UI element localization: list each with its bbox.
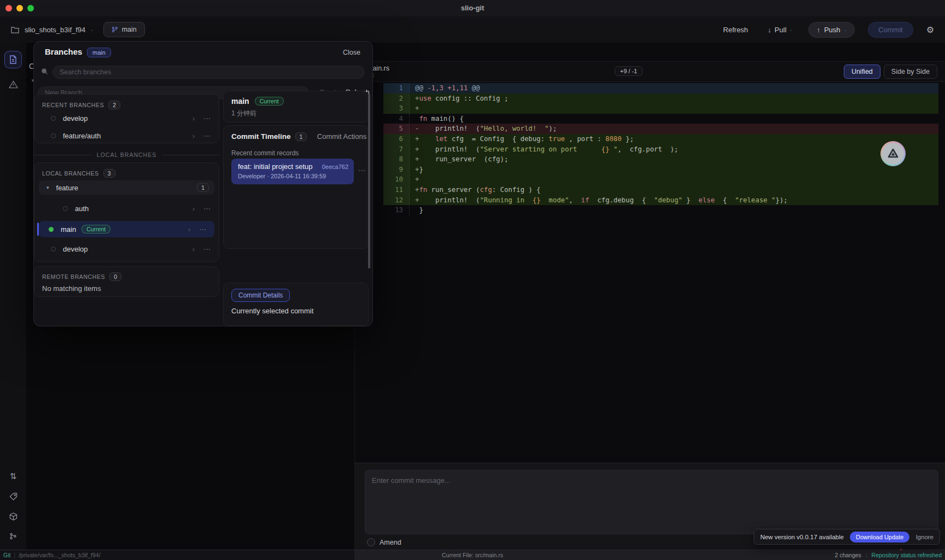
branch-more-menu[interactable]: ⋯ [199,225,207,234]
diff-line: 3+ [383,103,938,114]
modal-current-branch-badge: main [87,48,111,57]
branch-row-auth[interactable]: auth › ⋯ [34,201,219,215]
detail-branch-name: main [231,97,249,106]
commit-item-selected[interactable]: feat: initial project setup 0eeca762 Dev… [231,159,354,184]
branch-more-menu[interactable]: ⋯ [203,245,211,253]
branch-row-feature-auth[interactable]: feature/auth › ⋯ [34,129,219,143]
remote-branches-card: REMOTE BRANCHES0 No matching items [34,266,219,297]
divider-label: LOCAL BRANCHES [97,151,156,158]
sidebar-item-issues[interactable] [9,80,18,89]
sync-arrows-icon[interactable]: ⇅ [10,471,17,481]
detail-tabs: Commit Timeline1 Commit Actions Branch A… [224,126,368,147]
push-button[interactable]: ↑ Push · [808,22,854,38]
chevron-right-icon[interactable]: › [192,245,195,253]
line-code: @@ -1,3 +1,11 @@ [410,83,480,94]
line-number: 6 [383,134,410,144]
branch-more-menu[interactable]: ⋯ [203,132,211,140]
branch-row-main-selected[interactable]: main Current › ⋯ [39,221,214,237]
sidebar-item-changes[interactable] [4,51,22,68]
timeline-subtitle: Recent commit records [224,147,368,157]
status-separator: | [866,550,867,560]
download-update-button[interactable]: Download Update [850,532,909,542]
settings-gear-icon[interactable]: ⚙ [926,25,934,35]
caret-down-icon[interactable]: ▾ [46,185,49,190]
status-bar: Git | /private/var/fo..._shots_b3if_f94/… [0,550,945,560]
close-modal-button[interactable]: Close [343,49,360,56]
commit-details-text: Currently selected commit [224,302,368,315]
line-number: 7 [383,144,410,155]
local-branches-header: LOCAL BRANCHES3 [34,163,219,178]
current-branch-button[interactable]: main [103,22,145,37]
main-toolbar: slio_shots_b3if_f94 · main Refresh ↓ Pul… [0,16,945,43]
amend-label: Amend [380,539,401,546]
branch-row-develop[interactable]: develop › ⋯ [34,111,219,125]
diff-lines: 1@@ -1,3 +1,11 @@2+use config :: Config … [383,83,938,215]
title-bar: slio-git [0,0,945,17]
line-number: 8 [383,154,410,165]
commit-message: feat: initial project setup [238,162,313,171]
side-by-side-view-button[interactable]: Side by Side [884,65,937,79]
branch-name: develop [63,114,88,122]
chevron-right-icon[interactable]: › [192,114,195,122]
branch-group-count: 1 [197,183,209,192]
branch-name: develop [63,245,88,253]
line-code: + [410,103,419,114]
chevron-right-icon[interactable]: › [192,205,195,213]
current-file-status: Current File: src/main.rs [442,550,503,560]
repo-name: slio_shots_b3if_f94 [25,26,85,34]
current-branch-dot-icon [49,227,54,232]
commit-more-menu[interactable]: ⋯ [358,166,366,174]
tag-icon[interactable] [9,493,18,501]
unified-view-button[interactable]: Unified [844,65,880,79]
diff-line: 7+ println! ("Server starting on port {}… [383,144,938,155]
diff-line: 11+fn run_server (cfg: Config ) { [383,185,938,195]
modal-header: Branches main Close [34,42,372,63]
remote-branches-label: REMOTE BRANCHES [42,273,105,280]
line-number: 4 [383,114,410,124]
line-code: +fn run_server (cfg: Config ) { [410,185,541,195]
activity-bar-bottom: ⇅ [9,471,18,540]
line-code: + let cfg = Config { debug: true , port … [410,134,634,144]
search-branches-input[interactable] [52,66,365,79]
diff-stats-badge: +9 / -1 [615,66,643,76]
line-code: + println! ("Server starting on port {} … [410,144,678,155]
branch-more-menu[interactable]: ⋯ [203,114,211,122]
amend-toggle[interactable]: Amend [367,538,401,546]
commit-details-card: Commit Details Currently selected commit [223,283,369,326]
amend-radio-icon[interactable] [367,538,375,546]
chevron-right-icon[interactable]: › [192,132,195,140]
branch-row-develop-local[interactable]: develop › ⋯ [34,242,219,256]
branch-detail-header: main Current [224,91,368,106]
local-branches-divider: LOCAL BRANCHES [34,151,219,158]
tab-commit-timeline[interactable]: Commit Timeline [231,132,291,141]
modal-scrollbar[interactable] [368,94,370,269]
branch-more-menu[interactable]: ⋯ [203,205,211,213]
detail-current-badge: Current [255,97,284,106]
line-code: +} [410,165,423,175]
branch-detail-card: main Current 1 分钟前 [223,91,369,122]
current-branch-label: main [122,26,137,33]
commit-button[interactable]: Commit [868,22,913,38]
changes-count: 2 changes [835,550,861,560]
line-number: 10 [383,174,410,185]
repo-selector[interactable]: slio_shots_b3if_f94 · main [0,22,145,37]
commit-details-button[interactable]: Commit Details [231,289,290,302]
branch-name: main [61,225,76,234]
line-number: 5 [383,124,410,134]
branches-modal: Branches main Close Create Refresh RECEN… [33,41,373,326]
pull-button[interactable]: ↓ Pull · [765,25,796,34]
refresh-label: Refresh [723,26,748,34]
branch-name: feature/auth [63,132,101,140]
commit-message-input[interactable] [365,470,938,534]
line-number: 1 [383,83,410,94]
refresh-button[interactable]: Refresh [720,25,751,34]
branch-tree-icon[interactable] [9,532,17,540]
tab-commit-actions[interactable]: Commit Actions [317,132,366,141]
recent-branches-header: RECENT BRANCHES2 [34,95,219,109]
branch-group-feature[interactable]: ▾ feature 1 [39,180,214,195]
ignore-update-button[interactable]: Ignore [915,534,934,540]
chevron-right-icon[interactable]: › [188,225,190,234]
branch-group-name: feature [56,184,78,192]
package-icon[interactable] [9,512,18,521]
commit-hash: 0eeca762 [322,164,348,170]
